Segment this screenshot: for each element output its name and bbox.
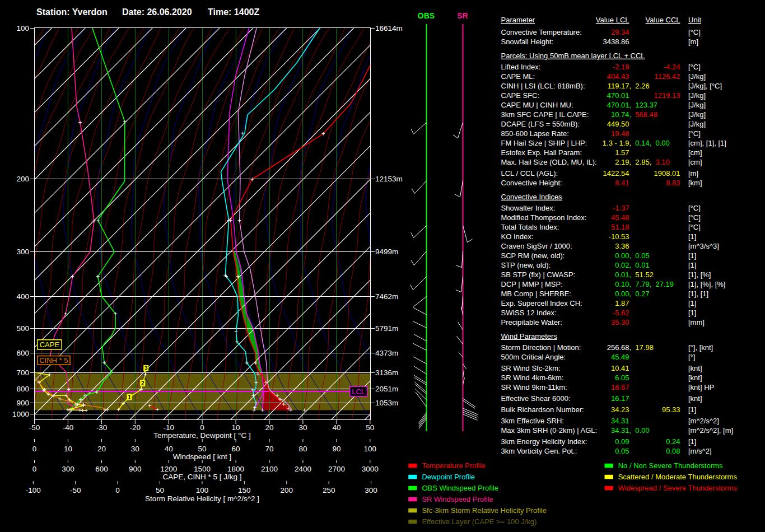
- svg-text:SB STP (fix) | CWASP:: SB STP (fix) | CWASP:: [501, 270, 576, 279]
- svg-text:CAPE: CAPE: [40, 340, 60, 349]
- svg-text:SCP RM (new, old):: SCP RM (new, old):: [501, 251, 565, 260]
- svg-text:-5.62: -5.62: [613, 309, 629, 317]
- svg-text:LCL: LCL: [352, 388, 365, 396]
- svg-text:100: 100: [196, 486, 209, 494]
- svg-text:45.49: 45.49: [611, 353, 629, 361]
- svg-text:100: 100: [16, 24, 29, 32]
- svg-text:[knt]: [knt]: [688, 394, 702, 403]
- svg-text:10: 10: [232, 423, 240, 432]
- svg-text:, 0.01: , 0.01: [629, 261, 650, 269]
- svg-text:404.43: 404.43: [607, 72, 629, 81]
- svg-text:20: 20: [97, 445, 106, 453]
- svg-text:-10.53: -10.53: [609, 232, 629, 241]
- svg-text:Temperature Profile: Temperature Profile: [422, 461, 485, 470]
- svg-text:-10: -10: [163, 423, 174, 432]
- svg-text:1219.13: 1219.13: [654, 91, 680, 100]
- svg-text:[m^2/s^2]: [m^2/s^2]: [688, 417, 719, 425]
- svg-text:KO Index:: KO Index:: [501, 232, 534, 241]
- svg-text:35.30: 35.30: [611, 318, 629, 326]
- svg-text:2051m: 2051m: [375, 385, 398, 393]
- svg-text:1500: 1500: [194, 465, 211, 473]
- svg-text:1126.42: 1126.42: [654, 72, 680, 81]
- svg-text:3.36: 3.36: [615, 242, 629, 250]
- svg-text:Wind Parameters: Wind Parameters: [501, 332, 558, 340]
- svg-text:0.05: 0.05: [615, 447, 629, 455]
- svg-text:1800: 1800: [227, 465, 244, 473]
- svg-text:, 7.79, 27.19: , 7.79, 27.19: [629, 280, 674, 288]
- svg-text:Windspeed [ knt ]: Windspeed [ knt ]: [173, 452, 231, 461]
- svg-text:900: 900: [16, 399, 29, 407]
- svg-text:50: 50: [366, 423, 374, 432]
- svg-text:Convective Height:: Convective Height:: [501, 179, 562, 187]
- svg-text:2.19: 2.19: [615, 158, 629, 166]
- svg-text:12153m: 12153m: [375, 175, 403, 183]
- svg-text:No / Non Severe Thunderstorms: No / Non Severe Thunderstorms: [618, 461, 723, 470]
- svg-text:0: 0: [115, 486, 120, 494]
- svg-text:100: 100: [364, 445, 377, 453]
- svg-text:0.00: 0.00: [615, 290, 629, 298]
- svg-text:[m^3/s^3]: [m^3/s^3]: [688, 242, 719, 250]
- svg-text:34.31: 34.31: [611, 417, 629, 425]
- svg-text:0.01: 0.01: [615, 270, 629, 279]
- svg-text:29.34: 29.34: [611, 28, 629, 36]
- svg-text:CAPE, CINH * 5 [ J/kg ]: CAPE, CINH * 5 [ J/kg ]: [162, 473, 241, 481]
- svg-text:Modified Thompson Index:: Modified Thompson Index:: [501, 213, 587, 222]
- svg-text:CINH | LSI (LCL: 818mB):: CINH | LSI (LCL: 818mB):: [501, 82, 585, 90]
- svg-text:[cm]: [cm]: [688, 148, 702, 157]
- svg-text:Total Totals Index:: Total Totals Index:: [501, 223, 559, 231]
- svg-text:40: 40: [332, 423, 340, 432]
- svg-text:30: 30: [131, 445, 139, 453]
- svg-text:3km SFC CAPE | IL CAPE:: 3km SFC CAPE | IL CAPE:: [501, 110, 589, 119]
- svg-text:2: 2: [141, 380, 144, 386]
- svg-text:5791m: 5791m: [375, 324, 398, 333]
- svg-text:, 0.00: , 0.00: [629, 426, 650, 435]
- svg-text:[1]: [1]: [688, 261, 696, 269]
- svg-text:400: 400: [16, 292, 29, 301]
- svg-text:40: 40: [165, 445, 173, 453]
- svg-text:700: 700: [16, 368, 29, 377]
- svg-text:200: 200: [281, 486, 293, 494]
- svg-text:SR Wind 9km-11km:: SR Wind 9km-11km:: [501, 383, 567, 391]
- svg-text:2100: 2100: [261, 465, 278, 473]
- svg-text:1200: 1200: [160, 465, 177, 473]
- svg-text:470.01: 470.01: [607, 101, 629, 109]
- svg-text:, 0.27: , 0.27: [629, 290, 650, 298]
- svg-text:[°C]: [°C]: [688, 213, 701, 222]
- svg-text:Date: 26.06.2020: Date: 26.06.2020: [122, 7, 192, 17]
- svg-text:250: 250: [323, 486, 335, 494]
- svg-text:0.08: 0.08: [666, 447, 680, 455]
- svg-text:Parcels: Using 50mB mean layer: Parcels: Using 50mB mean layer LCL + CCL: [501, 52, 645, 60]
- svg-text:LCL / CCL (AGL):: LCL / CCL (AGL):: [501, 169, 558, 178]
- svg-text:[1]: [1]: [688, 251, 696, 260]
- svg-text:DCP | MMP | MSP:: DCP | MMP | MSP:: [501, 280, 563, 288]
- svg-text:OBS Windspeed Profile: OBS Windspeed Profile: [422, 484, 498, 492]
- svg-text:16.67: 16.67: [611, 383, 629, 391]
- svg-text:34.23: 34.23: [611, 405, 629, 414]
- svg-text:SR: SR: [457, 11, 468, 20]
- svg-text:Scattered / Moderate Thunderst: Scattered / Moderate Thunderstorms: [618, 473, 738, 481]
- svg-text:SR Wind 4km-6km:: SR Wind 4km-6km:: [501, 374, 564, 382]
- svg-text:-40: -40: [63, 423, 74, 432]
- svg-text:600: 600: [95, 465, 108, 473]
- svg-text:300: 300: [365, 486, 377, 494]
- svg-text:256.68: 256.68: [607, 343, 629, 352]
- svg-text:Storm Relative Helicity [ m^2/: Storm Relative Helicity [ m^2/s^2 ]: [145, 494, 259, 503]
- svg-text:CAPE ML:: CAPE ML:: [501, 72, 535, 81]
- svg-text:STP (new, old):: STP (new, old):: [501, 261, 551, 269]
- svg-text:Parameter: Parameter: [501, 16, 535, 24]
- svg-text:Value CCL: Value CCL: [646, 16, 680, 24]
- svg-text:[J/kg]: [J/kg]: [688, 91, 706, 100]
- svg-text:-20: -20: [130, 423, 141, 432]
- svg-text:[m]: [m]: [688, 169, 698, 178]
- svg-text:DCAPE (LFS = 550mB):: DCAPE (LFS = 550mB):: [501, 120, 580, 128]
- svg-text:20: 20: [265, 423, 273, 432]
- svg-text:CINH * 5: CINH * 5: [39, 356, 68, 365]
- svg-text:10.74: 10.74: [611, 110, 629, 119]
- svg-text:7462m: 7462m: [375, 292, 398, 301]
- svg-text:[1], [1]: [1], [1]: [688, 290, 708, 298]
- svg-text:Widespread / Severe Thundersto: Widespread / Severe Thunderstorms: [618, 484, 738, 492]
- svg-text:[km]: [km]: [688, 179, 702, 187]
- svg-text:[J/kg], [°C]: [J/kg], [°C]: [688, 82, 722, 90]
- svg-text:1053m: 1053m: [375, 399, 398, 407]
- svg-text:Storm Direction | Motion:: Storm Direction | Motion:: [501, 343, 581, 352]
